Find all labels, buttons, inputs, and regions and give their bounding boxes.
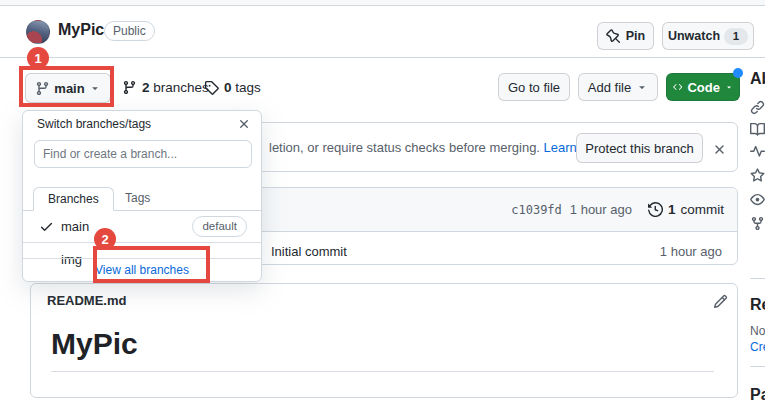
star-icon [750,168,765,183]
link-icon [750,100,765,115]
repo-header: MyPic Public Pin Unwatch 1 [0,6,765,58]
tags-label: tags [235,80,261,95]
about-stars-row[interactable] [750,168,765,183]
commit-count-label: commit [681,202,725,217]
file-row-commit-message[interactable]: Initial commit [271,244,347,259]
unwatch-label: Unwatch [668,29,720,43]
sidebar-divider [750,278,765,279]
close-icon [712,142,727,157]
add-file-label: Add file [588,80,631,95]
no-releases-text: No releases published [750,324,765,338]
about-watching-row[interactable] [750,192,765,207]
code-label: Code [687,80,720,95]
menu-close-button[interactable] [237,117,251,131]
default-branch-badge: default [192,216,247,237]
chevron-down-icon [636,81,648,93]
menu-title: Switch branches/tags [37,117,237,131]
repo-owner-avatar[interactable] [26,20,50,44]
readme-card: README.md MyPic [30,283,738,398]
pin-label: Pin [626,29,645,43]
about-readme-row[interactable] [750,122,765,137]
fork-icon [750,216,765,231]
github-repo-page: MyPic Public Pin Unwatch 1 main 2 branch… [0,0,765,412]
chevron-down-icon [725,81,733,93]
pencil-icon [713,294,728,309]
unwatch-button[interactable]: Unwatch 1 [662,22,754,50]
menu-header: Switch branches/tags [23,111,261,137]
branch-item-main[interactable]: main default [23,211,261,243]
about-forks-row[interactable] [750,216,765,231]
annotation-box-branch-button [19,66,114,107]
about-activity-row[interactable] [750,144,765,159]
branch-search-input[interactable] [34,140,252,168]
history-icon [648,202,663,217]
watch-count-badge: 1 [724,28,748,45]
banner-message: letion, or require status checks before … [269,140,610,155]
go-to-file-button[interactable]: Go to file [498,73,570,101]
commit-time: 1 hour ago [570,202,632,217]
git-branch-icon [122,80,137,95]
banner-message-fragment: letion, or require status checks before … [269,140,540,155]
readme-filename[interactable]: README.md [47,293,126,308]
pulse-icon [750,144,765,159]
branches-count: 2 [142,80,150,95]
close-icon [237,117,251,131]
tag-icon [204,80,219,95]
about-heading: About [750,70,765,88]
visibility-badge: Public [104,21,155,41]
code-icon [673,80,682,94]
protect-this-branch-button[interactable]: Protect this branch [576,133,703,163]
branches-label: branches [153,80,209,95]
readme-heading: MyPic [51,327,138,361]
tab-tags[interactable]: Tags [111,186,164,210]
repo-title[interactable]: MyPic [58,21,104,39]
tags-count: 0 [224,80,232,95]
commit-count: 1 [668,202,676,217]
commit-hash[interactable]: c1039fd [511,203,562,217]
pin-button[interactable]: Pin [597,22,654,50]
banner-close-button[interactable] [712,140,727,158]
book-icon [750,122,765,137]
branch-name: main [61,219,89,234]
tab-branches[interactable]: Branches [33,187,114,211]
code-button[interactable]: Code [666,73,740,101]
add-file-button[interactable]: Add file [578,73,658,101]
create-release-link[interactable]: Create a new release [750,340,765,354]
annotation-box-view-all-branches [93,246,210,283]
commit-history-link[interactable]: 1 commit [648,202,724,217]
releases-heading: Releases [750,296,765,314]
packages-heading: Packages [750,386,765,404]
about-link-row[interactable] [750,100,765,115]
tags-link[interactable]: 0 tags [204,80,261,95]
sidebar-divider [750,366,765,367]
heading-divider [51,371,714,372]
menu-tabs: Branches Tags [23,183,261,211]
branches-link[interactable]: 2 branches [122,80,209,95]
pin-icon [606,29,621,44]
check-icon [39,219,55,234]
eye-icon [750,192,765,207]
file-row-time: 1 hour ago [660,244,722,259]
edit-readme-button[interactable] [713,292,728,310]
code-notification-dot [733,68,743,78]
